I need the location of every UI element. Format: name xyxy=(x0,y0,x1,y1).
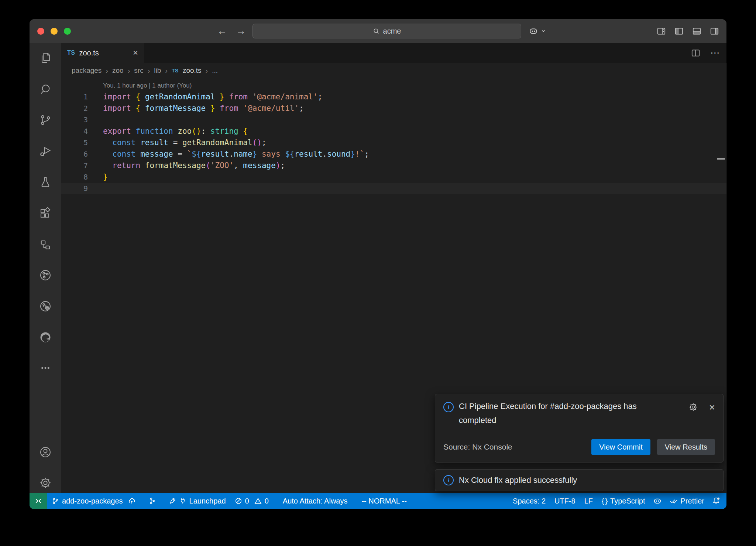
warning-count: 0 xyxy=(265,497,269,505)
vim-mode-item[interactable]: -- NORMAL -- xyxy=(357,493,411,509)
search-view-icon[interactable] xyxy=(38,82,53,97)
indent-guide xyxy=(108,149,108,160)
copilot-status-item[interactable] xyxy=(650,493,665,509)
line-number: 5 xyxy=(61,137,88,149)
history-nav: ← → xyxy=(217,19,246,43)
testing-icon[interactable] xyxy=(38,175,53,190)
code-line[interactable]: 5 const result = getRandomAnimal(); xyxy=(61,137,726,149)
notification-toast: i CI Pipeline Execution for #add-zoo-pac… xyxy=(435,394,724,463)
explorer-icon[interactable] xyxy=(38,51,53,65)
typescript-file-icon: TS xyxy=(172,68,179,74)
pipeline-status-item[interactable] xyxy=(145,493,159,509)
status-bar: add-zoo-packages Launchpad 0 0 Auto A xyxy=(30,493,726,509)
breadcrumb-item[interactable]: zoo xyxy=(112,66,124,75)
line-number: 3 xyxy=(61,114,88,126)
eol-label: LF xyxy=(584,497,593,505)
view-commit-button[interactable]: View Commit xyxy=(591,439,650,455)
source-control-icon[interactable] xyxy=(38,113,53,127)
customize-layout-icon[interactable] xyxy=(657,27,666,36)
indent-guide xyxy=(108,137,108,149)
toggle-sidebar-icon[interactable] xyxy=(674,27,684,36)
info-icon: i xyxy=(443,402,454,412)
breadcrumb-file[interactable]: zoo.ts xyxy=(183,66,202,75)
notifications-bell-item[interactable] xyxy=(709,493,724,509)
braces-icon: { } xyxy=(602,497,607,505)
close-tab-icon[interactable]: × xyxy=(133,48,138,57)
notification-close-icon[interactable]: × xyxy=(709,402,715,413)
account-icon[interactable] xyxy=(38,445,53,460)
more-views-icon[interactable] xyxy=(38,361,53,375)
overview-ruler-mark xyxy=(717,158,725,160)
breadcrumb-item[interactable]: packages xyxy=(72,66,102,75)
eol-item[interactable]: LF xyxy=(580,493,597,509)
extensions-icon[interactable] xyxy=(38,206,53,221)
zoom-window-button[interactable] xyxy=(64,28,71,35)
forward-icon[interactable]: → xyxy=(236,25,246,37)
auto-attach-label: Auto Attach: Always xyxy=(283,497,348,505)
search-icon xyxy=(373,28,380,35)
notification-settings-icon[interactable] xyxy=(688,402,698,412)
code-line[interactable]: 7 return formatMessage('ZOO', message); xyxy=(61,160,726,171)
notification-center: i CI Pipeline Execution for #add-zoo-pac… xyxy=(435,394,724,491)
pipeline-icon xyxy=(148,497,156,505)
code-line[interactable]: 2import { formatMessage } from '@acme/ut… xyxy=(61,103,726,114)
toggle-secondary-sidebar-icon[interactable] xyxy=(710,27,719,36)
rocket-icon xyxy=(169,497,176,505)
line-number: 7 xyxy=(61,160,88,171)
toggle-panel-icon[interactable] xyxy=(692,27,701,36)
layout-controls xyxy=(657,19,719,43)
view-results-button[interactable]: View Results xyxy=(657,439,715,455)
auto-attach-item[interactable]: Auto Attach: Always xyxy=(278,493,352,509)
tab-zoo-ts[interactable]: TS zoo.ts × xyxy=(61,43,144,63)
code-lines: 1import { getRandomAnimal } from '@acme/… xyxy=(61,91,726,194)
line-number: 1 xyxy=(61,91,88,103)
tab-bar: TS zoo.ts × ⋯ xyxy=(61,43,726,63)
code-line[interactable]: 1import { getRandomAnimal } from '@acme/… xyxy=(61,91,726,103)
code-line[interactable]: 4export function zoo(): string { xyxy=(61,126,726,137)
remote-indicator[interactable] xyxy=(30,493,47,509)
encoding-item[interactable]: UTF-8 xyxy=(550,493,580,509)
copilot-menu[interactable] xyxy=(529,19,546,43)
notification-title: Nx Cloud fix applied successfully xyxy=(459,475,577,485)
notification-toast: i Nx Cloud fix applied successfully xyxy=(435,469,724,491)
nx-console-icon[interactable] xyxy=(38,268,53,283)
back-icon[interactable]: ← xyxy=(217,25,227,37)
code-line[interactable]: 6 const message = `${result.name} says $… xyxy=(61,149,726,160)
split-editor-icon[interactable] xyxy=(691,48,700,58)
breadcrumb-item[interactable]: src xyxy=(134,66,143,75)
notification-source: Source: Nx Console xyxy=(443,443,512,451)
settings-gear-icon[interactable] xyxy=(38,475,53,490)
breadcrumb-separator-icon: › xyxy=(148,66,150,75)
git-branch-icon xyxy=(52,497,59,505)
breadcrumb-overflow[interactable]: ... xyxy=(212,66,218,75)
more-actions-icon[interactable]: ⋯ xyxy=(710,47,720,59)
code-line[interactable]: 9 xyxy=(61,183,726,194)
window-controls xyxy=(30,28,71,35)
problems-item[interactable]: 0 0 xyxy=(230,493,273,509)
chevron-down-icon xyxy=(541,28,546,34)
code-line[interactable]: 3 xyxy=(61,114,726,126)
close-window-button[interactable] xyxy=(37,28,44,35)
breadcrumb-separator-icon: › xyxy=(206,66,208,75)
formatter-item[interactable]: Prettier xyxy=(665,493,709,509)
indentation-item[interactable]: Spaces: 2 xyxy=(508,493,550,509)
language-mode-item[interactable]: { } TypeScript xyxy=(597,493,649,509)
code-line[interactable]: 8} xyxy=(61,171,726,183)
references-icon[interactable] xyxy=(38,238,53,253)
run-and-debug-icon[interactable] xyxy=(38,144,53,159)
launchpad-item[interactable]: Launchpad xyxy=(164,493,230,509)
launchpad-label: Launchpad xyxy=(189,497,226,505)
line-number: 9 xyxy=(61,183,88,194)
breadcrumb-item[interactable]: lib xyxy=(154,66,161,75)
warnings-icon xyxy=(254,497,262,505)
command-center-search[interactable]: acme xyxy=(252,24,521,38)
edge-devtools-icon[interactable] xyxy=(38,330,53,345)
git-branch-item[interactable]: add-zoo-packages xyxy=(47,493,140,509)
language-label: TypeScript xyxy=(610,497,645,505)
activity-bar xyxy=(30,43,61,493)
vim-mode-label: -- NORMAL -- xyxy=(361,497,407,505)
nx-cloud-icon[interactable] xyxy=(38,299,53,314)
errors-icon xyxy=(235,497,242,505)
minimize-window-button[interactable] xyxy=(51,28,58,35)
breadcrumb-separator-icon: › xyxy=(128,66,130,75)
